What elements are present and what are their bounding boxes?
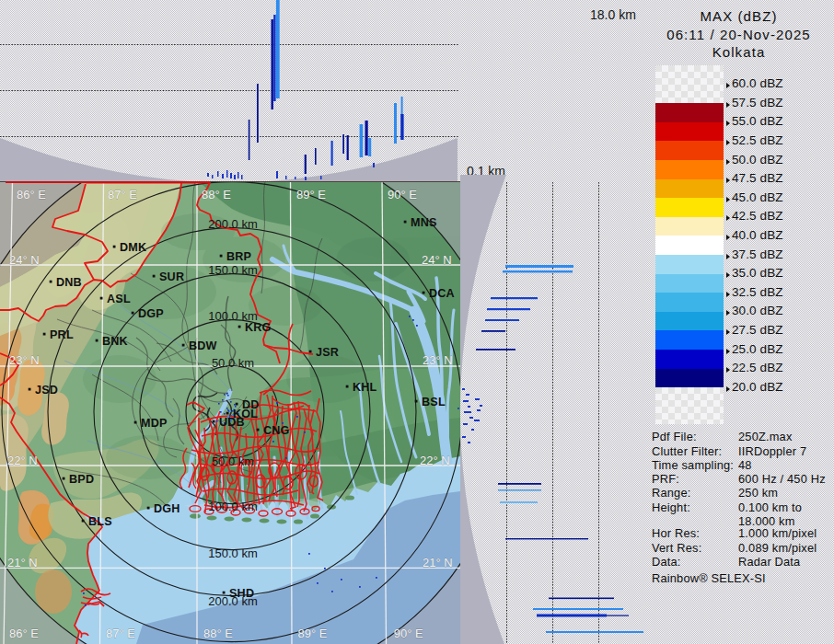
svg-text:22° N: 22° N — [7, 454, 38, 467]
svg-text:21° N: 21° N — [423, 556, 453, 569]
svg-text:JSR: JSR — [316, 346, 339, 359]
svg-text:150.0 km: 150.0 km — [208, 263, 257, 277]
svg-text:BRP: BRP — [226, 250, 251, 263]
svg-text:DNB: DNB — [56, 276, 82, 289]
svg-text:KRG: KRG — [245, 321, 272, 334]
svg-text:200.0 km: 200.0 km — [208, 217, 257, 231]
svg-text:PRL: PRL — [50, 328, 74, 341]
svg-text:50.0 km: 50.0 km — [212, 356, 254, 370]
svg-text:DGP: DGP — [138, 307, 164, 320]
svg-text:88° E: 88° E — [203, 627, 233, 640]
svg-text:DCA: DCA — [429, 287, 455, 300]
svg-text:BSL: BSL — [422, 396, 446, 408]
svg-text:KHL: KHL — [353, 381, 377, 394]
svg-text:50.0 km: 50.0 km — [212, 454, 254, 468]
svg-text:87° E: 87° E — [108, 188, 137, 201]
svg-text:89° E: 89° E — [298, 627, 328, 640]
svg-text:90° E: 90° E — [388, 188, 417, 201]
svg-text:SUR: SUR — [159, 270, 184, 283]
svg-text:100.0 km: 100.0 km — [208, 500, 257, 513]
svg-text:DMK: DMK — [120, 241, 146, 254]
svg-text:CNG: CNG — [263, 424, 290, 437]
svg-text:88° E: 88° E — [202, 188, 231, 201]
svg-text:21° N: 21° N — [7, 556, 38, 569]
svg-text:24° N: 24° N — [9, 253, 40, 267]
svg-text:BPD: BPD — [69, 473, 94, 486]
svg-text:DGH: DGH — [154, 502, 180, 515]
svg-text:90° E: 90° E — [394, 627, 423, 640]
svg-text:87° E: 87° E — [106, 627, 135, 640]
svg-text:BDW: BDW — [189, 339, 217, 352]
svg-text:BLS: BLS — [88, 515, 112, 528]
svg-text:BNK: BNK — [102, 335, 128, 348]
svg-text:SHD: SHD — [229, 587, 254, 600]
svg-text:89° E: 89° E — [296, 188, 326, 201]
svg-text:23° N: 23° N — [9, 353, 40, 367]
svg-text:23° N: 23° N — [423, 353, 453, 367]
svg-text:MNS: MNS — [411, 216, 437, 229]
svg-text:86° E: 86° E — [9, 627, 39, 640]
svg-text:MDP: MDP — [141, 417, 168, 430]
svg-text:150.0 km: 150.0 km — [208, 546, 257, 560]
svg-text:22° N: 22° N — [420, 454, 450, 467]
svg-text:24° N: 24° N — [422, 253, 452, 267]
svg-text:JSD: JSD — [35, 384, 58, 397]
svg-text:86° E: 86° E — [17, 188, 46, 201]
svg-text:UDB: UDB — [219, 416, 245, 429]
svg-text:ASL: ASL — [107, 293, 131, 305]
